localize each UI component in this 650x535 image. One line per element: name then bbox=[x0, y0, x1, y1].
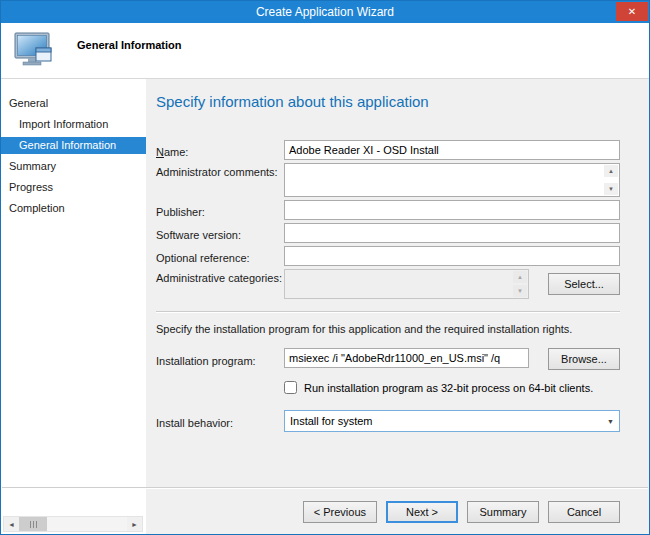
scroll-up-icon: ▲ bbox=[513, 271, 527, 283]
administrator-comments-label: Administrator comments: bbox=[156, 163, 284, 178]
page-heading: Specify information about this applicati… bbox=[156, 93, 620, 110]
summary-button[interactable]: Summary bbox=[467, 501, 539, 523]
content-area: General Import Information General Infor… bbox=[1, 79, 649, 534]
footer-buttons: < Previous Next > Summary Cancel bbox=[303, 501, 620, 523]
administrator-comments-input[interactable]: ▲ ▼ bbox=[284, 163, 620, 197]
close-button[interactable]: ✕ bbox=[616, 2, 648, 21]
section-separator bbox=[156, 311, 620, 313]
wizard-nav: General Import Information General Infor… bbox=[1, 79, 146, 534]
installation-program-label: Installation program: bbox=[156, 352, 284, 367]
administrative-categories-label: Administrative categories: bbox=[156, 269, 284, 284]
wizard-header: General Information bbox=[1, 23, 649, 79]
software-version-label: Software version: bbox=[156, 226, 284, 241]
titlebar[interactable]: Create Application Wizard ✕ bbox=[1, 1, 649, 23]
application-icon bbox=[13, 31, 55, 78]
install-behavior-dropdown[interactable]: Install for system ▼ bbox=[284, 410, 620, 432]
window-title: Create Application Wizard bbox=[1, 5, 649, 19]
name-input[interactable] bbox=[284, 140, 620, 160]
browse-button[interactable]: Browse... bbox=[548, 348, 620, 370]
previous-button[interactable]: < Previous bbox=[303, 501, 377, 523]
administrative-categories-input: ▲ ▼ bbox=[284, 269, 529, 299]
nav-item-general-information[interactable]: General Information bbox=[1, 137, 146, 154]
scroll-right-icon[interactable]: ► bbox=[127, 517, 142, 531]
close-icon: ✕ bbox=[628, 6, 636, 17]
nav-item-progress[interactable]: Progress bbox=[1, 179, 146, 196]
nav-item-completion[interactable]: Completion bbox=[1, 200, 146, 217]
scroll-left-icon[interactable]: ◄ bbox=[4, 517, 19, 531]
create-application-wizard-window: Create Application Wizard ✕ G bbox=[0, 0, 650, 535]
scrollbar-track bbox=[47, 517, 127, 531]
cancel-button[interactable]: Cancel bbox=[548, 501, 620, 523]
wizard-content: Specify information about this applicati… bbox=[146, 79, 649, 534]
scrollbar-thumb[interactable] bbox=[19, 517, 47, 531]
run-32bit-label: Run installation program as 32-bit proce… bbox=[304, 382, 593, 394]
next-button[interactable]: Next > bbox=[386, 501, 458, 523]
publisher-input[interactable] bbox=[284, 200, 620, 220]
optional-reference-input[interactable] bbox=[284, 246, 620, 266]
run-32bit-checkbox[interactable] bbox=[284, 381, 297, 394]
publisher-label: Publisher: bbox=[156, 203, 284, 218]
software-version-input[interactable] bbox=[284, 223, 620, 243]
name-label: Name: bbox=[156, 143, 284, 158]
optional-reference-label: Optional reference: bbox=[156, 249, 284, 264]
scroll-up-icon[interactable]: ▲ bbox=[604, 165, 618, 177]
select-button[interactable]: Select... bbox=[548, 273, 620, 295]
install-section-description: Specify the installation program for thi… bbox=[156, 323, 620, 335]
nav-item-summary[interactable]: Summary bbox=[1, 158, 146, 175]
nav-item-general[interactable]: General bbox=[1, 95, 146, 112]
install-behavior-value: Install for system bbox=[290, 415, 373, 427]
footer-separator bbox=[2, 487, 648, 489]
installation-program-input[interactable] bbox=[284, 348, 529, 368]
sidebar-horizontal-scrollbar[interactable]: ◄ ► bbox=[3, 516, 143, 532]
chevron-down-icon: ▼ bbox=[607, 418, 614, 425]
page-title: General Information bbox=[77, 39, 182, 78]
nav-item-import-information[interactable]: Import Information bbox=[1, 116, 146, 133]
scroll-down-icon: ▼ bbox=[513, 285, 527, 297]
scroll-down-icon[interactable]: ▼ bbox=[604, 183, 618, 195]
install-behavior-label: Install behavior: bbox=[156, 414, 284, 429]
